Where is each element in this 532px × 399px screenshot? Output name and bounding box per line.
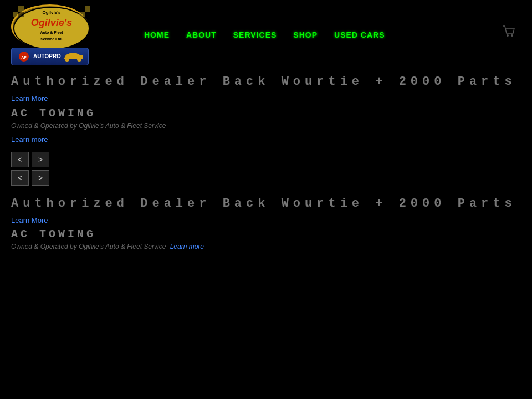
autopro-text: AUTOPRO [33, 53, 61, 59]
svg-text:Ogilvie's: Ogilvie's [42, 10, 61, 15]
carousel-next-btn-1[interactable]: > [32, 152, 49, 167]
nav-home[interactable]: HOME [144, 30, 170, 39]
nav-services[interactable]: SERVICES [233, 30, 277, 39]
bottom-section-title: AC TOWING [11, 228, 521, 241]
carousel-prev-btn-2[interactable]: < [11, 170, 29, 186]
carousel-row-1: < > [0, 152, 532, 167]
svg-text:Ogilvie's: Ogilvie's [31, 17, 72, 28]
bottom-subtitle: Owned & Operated by Ogilvie's Auto & Fle… [11, 243, 521, 250]
header: Ogilvie's Ogilvie's Auto & Fleet Service… [0, 0, 532, 69]
svg-point-17 [511, 34, 513, 37]
svg-rect-5 [18, 12, 24, 17]
carousel-next-btn-2[interactable]: > [32, 170, 49, 186]
nav-about[interactable]: ABOUT [186, 30, 217, 39]
logo-svg: Ogilvie's Ogilvie's Auto & Fleet Service… [13, 6, 90, 50]
svg-rect-3 [18, 6, 24, 12]
svg-point-16 [507, 34, 509, 37]
bottom-section: Authorized Dealer Back Wourtie + 2000 Pa… [0, 194, 532, 253]
main-content: Authorized Dealer Back Wourtie + 2000 Pa… [0, 69, 532, 253]
svg-text:AP: AP [21, 55, 27, 59]
hero-section: Authorized Dealer Back Wourtie + 2000 Pa… [0, 69, 532, 152]
hero-title: Authorized Dealer Back Wourtie + 2000 Pa… [11, 75, 521, 89]
logo-container: Ogilvie's Ogilvie's Auto & Fleet Service… [11, 4, 100, 65]
car-icon [62, 52, 84, 62]
main-nav: HOME ABOUT SERVICES SHOP USED CARS [144, 30, 385, 39]
carousel-controls-1: < > [11, 152, 532, 167]
chevron-left-icon-2: < [18, 173, 22, 182]
hero-section-title: AC TOWING [11, 107, 521, 120]
nav-shop[interactable]: SHOP [293, 30, 318, 39]
chevron-right-icon-2: > [38, 173, 43, 182]
carousel-prev-btn-1[interactable]: < [11, 152, 29, 167]
carousel-controls-2: < > [11, 170, 532, 186]
chevron-right-icon: > [38, 155, 43, 164]
svg-rect-2 [13, 6, 18, 12]
svg-text:Auto & Fleet: Auto & Fleet [40, 30, 63, 34]
autopro-badge: AP AUTOPRO [11, 48, 89, 65]
bottom-learn-more-inline[interactable]: Learn more [170, 243, 204, 250]
hero-learn-more-link[interactable]: Learn More [11, 94, 48, 103]
hero-learn-more-link2[interactable]: Learn more [11, 135, 48, 144]
logo-main: Ogilvie's Ogilvie's Auto & Fleet Service… [11, 4, 89, 49]
nav-used-cars[interactable]: USED CARS [334, 30, 385, 39]
carousel-row-2: < > [0, 170, 532, 186]
autopro-logo: AP [16, 51, 32, 62]
cart-icon[interactable] [502, 25, 515, 40]
svg-rect-12 [79, 12, 85, 17]
svg-rect-11 [85, 6, 90, 12]
hero-subtitle: Owned & Operated by Ogilvie's Auto & Fle… [11, 122, 521, 130]
bottom-subtitle-text: Owned & Operated by Ogilvie's Auto & Fle… [11, 243, 166, 250]
svg-rect-4 [13, 12, 18, 17]
bottom-learn-more-link[interactable]: Learn More [11, 216, 48, 224]
chevron-left-icon: < [18, 155, 22, 164]
bottom-title: Authorized Dealer Back Wourtie + 2000 Pa… [11, 197, 521, 211]
svg-rect-10 [79, 6, 85, 12]
svg-text:Service Ltd.: Service Ltd. [40, 37, 63, 41]
svg-rect-13 [85, 12, 90, 17]
